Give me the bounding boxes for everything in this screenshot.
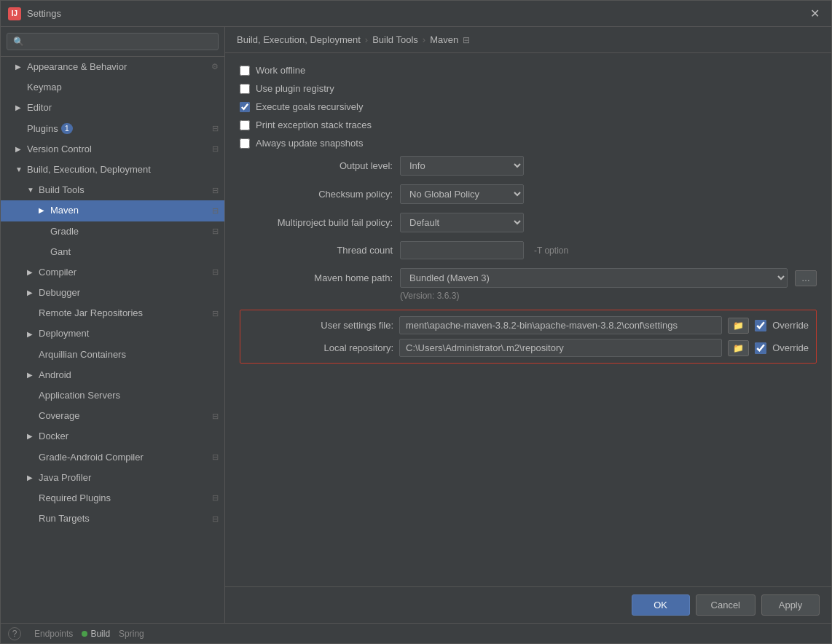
user-settings-input[interactable] bbox=[399, 316, 722, 334]
breadcrumb-sep2: › bbox=[423, 34, 425, 45]
gear-icon: ⊟ bbox=[212, 267, 219, 278]
output-level-label: Output level: bbox=[240, 160, 393, 171]
sidebar-item-maven[interactable]: ▶ Maven ⊟ bbox=[1, 200, 224, 221]
sidebar-item-remote-jar[interactable]: Remote Jar Repositories ⊟ bbox=[1, 303, 224, 323]
use-plugin-registry-checkbox[interactable] bbox=[240, 84, 250, 94]
sidebar-item-label: Keymap bbox=[27, 81, 62, 94]
execute-goals-checkbox[interactable] bbox=[240, 102, 250, 112]
arrow-icon: ▶ bbox=[27, 473, 37, 483]
sidebar-item-label: Plugins bbox=[27, 122, 58, 136]
sidebar-item-label: Editor bbox=[27, 101, 52, 114]
breadcrumb-part3: Maven bbox=[430, 34, 458, 45]
gear-icon: ⚙ bbox=[211, 61, 219, 72]
status-tab-spring[interactable]: Spring bbox=[119, 629, 144, 639]
checksum-policy-label: Checksum policy: bbox=[240, 189, 393, 200]
use-plugin-registry-label: Use plugin registry bbox=[256, 83, 334, 94]
maven-home-browse-button[interactable]: … bbox=[795, 270, 817, 286]
work-offline-checkbox[interactable] bbox=[240, 66, 250, 76]
sidebar-item-deployment[interactable]: ▶ Deployment bbox=[1, 323, 224, 344]
sidebar-item-gradle-android[interactable]: Gradle-Android Compiler ⊟ bbox=[1, 447, 224, 468]
sidebar-item-arquillian[interactable]: Arquillian Containers bbox=[1, 345, 224, 365]
ok-button[interactable]: OK bbox=[632, 594, 690, 616]
execute-goals-label: Execute goals recursively bbox=[256, 101, 363, 112]
print-exception-checkbox[interactable] bbox=[240, 120, 250, 130]
sidebar-item-gant[interactable]: Gant bbox=[1, 242, 224, 262]
sidebar-item-label: Coverage bbox=[39, 409, 79, 423]
always-update-label: Always update snapshots bbox=[256, 138, 363, 149]
gear-icon: ⊟ bbox=[212, 308, 219, 319]
gear-icon: ⊟ bbox=[212, 205, 219, 216]
apply-button[interactable]: Apply bbox=[761, 594, 820, 616]
gear-icon: ⊟ bbox=[212, 514, 219, 525]
help-button[interactable]: ? bbox=[8, 627, 21, 640]
gear-icon: ⊟ bbox=[212, 411, 219, 422]
sidebar-item-editor[interactable]: ▶ Editor bbox=[1, 98, 224, 118]
arrow-icon: ▼ bbox=[15, 165, 25, 175]
sidebar-item-java-profiler[interactable]: ▶ Java Profiler bbox=[1, 468, 224, 488]
gear-icon: ⊟ bbox=[212, 123, 219, 134]
sidebar-item-plugins[interactable]: Plugins 1 ⊟ bbox=[1, 119, 224, 139]
gear-icon: ⊟ bbox=[212, 226, 219, 237]
sidebar-item-label: Gradle-Android Compiler bbox=[39, 451, 144, 464]
arrow-icon: ▶ bbox=[27, 431, 37, 441]
always-update-checkbox[interactable] bbox=[240, 138, 250, 149]
user-settings-override-checkbox[interactable] bbox=[755, 320, 766, 331]
form-area: Work offline Use plugin registry Execute… bbox=[225, 53, 831, 586]
output-level-select[interactable]: Info Debug Error Fatal Warn bbox=[400, 156, 524, 176]
checksum-policy-select[interactable]: No Global Policy Fail Warn Ignore bbox=[400, 184, 524, 204]
status-tab-endpoints[interactable]: Endpoints bbox=[34, 629, 73, 639]
sidebar-item-version-control[interactable]: ▶ Version Control ⊟ bbox=[1, 139, 224, 160]
settings-icon: ⊟ bbox=[463, 35, 470, 45]
titlebar: IJ Settings ✕ bbox=[1, 1, 831, 27]
multiproject-fail-select[interactable]: Default Fail Fast Fail At End Never Fail bbox=[400, 213, 524, 232]
arrow-icon: ▶ bbox=[39, 205, 49, 216]
arrow-icon: ▶ bbox=[27, 370, 37, 380]
local-repo-override-checkbox[interactable] bbox=[755, 342, 766, 354]
thread-count-input[interactable] bbox=[400, 241, 524, 259]
sidebar-item-label: Docker bbox=[39, 430, 68, 443]
arrow-icon: ▶ bbox=[15, 103, 25, 113]
sidebar-item-coverage[interactable]: Coverage ⊟ bbox=[1, 406, 224, 426]
maven-home-row: Maven home path: Bundled (Maven 3) … bbox=[240, 268, 817, 288]
sidebar-item-run-targets[interactable]: Run Targets ⊟ bbox=[1, 508, 224, 529]
sidebar-item-label: Arquillian Containers bbox=[39, 348, 126, 361]
gear-icon: ⊟ bbox=[212, 144, 219, 154]
cancel-button[interactable]: Cancel bbox=[696, 594, 756, 616]
sidebar-item-label: Deployment bbox=[39, 327, 89, 340]
local-repo-browse-button[interactable]: 📁 bbox=[728, 340, 749, 356]
sidebar-item-label: Gradle bbox=[50, 225, 79, 238]
breadcrumb-part2: Build Tools bbox=[372, 34, 418, 45]
maven-home-label: Maven home path: bbox=[240, 272, 393, 283]
footer: OK Cancel Apply bbox=[225, 586, 831, 623]
app-icon: IJ bbox=[8, 7, 21, 20]
sidebar-item-docker[interactable]: ▶ Docker bbox=[1, 426, 224, 447]
settings-window: IJ Settings ✕ ▶ Appearance & Behavior ⚙ … bbox=[0, 0, 832, 644]
maven-home-select[interactable]: Bundled (Maven 3) bbox=[400, 268, 788, 288]
sidebar-item-label: Gant bbox=[50, 246, 71, 259]
sidebar-item-debugger[interactable]: ▶ Debugger bbox=[1, 283, 224, 303]
thread-count-hint: -T option bbox=[534, 246, 568, 256]
sidebar-item-compiler[interactable]: ▶ Compiler ⊟ bbox=[1, 262, 224, 283]
thread-count-label: Thread count bbox=[240, 245, 393, 256]
sidebar-item-required-plugins[interactable]: Required Plugins ⊟ bbox=[1, 488, 224, 508]
user-settings-label: User settings file: bbox=[248, 320, 393, 331]
local-repo-input[interactable] bbox=[399, 339, 722, 357]
gear-icon: ⊟ bbox=[212, 185, 219, 196]
status-tab-build[interactable]: Build bbox=[82, 629, 110, 639]
user-settings-browse-button[interactable]: 📁 bbox=[728, 318, 749, 334]
sidebar-item-android[interactable]: ▶ Android bbox=[1, 365, 224, 385]
sidebar-item-gradle[interactable]: Gradle ⊟ bbox=[1, 221, 224, 242]
sidebar-item-app-servers[interactable]: Application Servers bbox=[1, 385, 224, 406]
override-section: User settings file: 📁 Override Local rep… bbox=[240, 310, 817, 364]
sidebar-item-build-tools[interactable]: ▼ Build Tools ⊟ bbox=[1, 180, 224, 200]
user-settings-override-label: Override bbox=[772, 320, 809, 331]
close-button[interactable]: ✕ bbox=[806, 5, 824, 22]
sidebar-item-appearance[interactable]: ▶ Appearance & Behavior ⚙ bbox=[1, 57, 224, 77]
sidebar-item-build-execution[interactable]: ▼ Build, Execution, Deployment bbox=[1, 160, 224, 180]
search-input[interactable] bbox=[7, 33, 219, 50]
arrow-icon: ▶ bbox=[15, 62, 25, 72]
nav-items: ▶ Appearance & Behavior ⚙ Keymap ▶ Edito… bbox=[1, 57, 224, 623]
sidebar-item-keymap[interactable]: Keymap bbox=[1, 77, 224, 98]
print-exception-label: Print exception stack traces bbox=[256, 119, 372, 130]
gear-icon: ⊟ bbox=[212, 452, 219, 463]
